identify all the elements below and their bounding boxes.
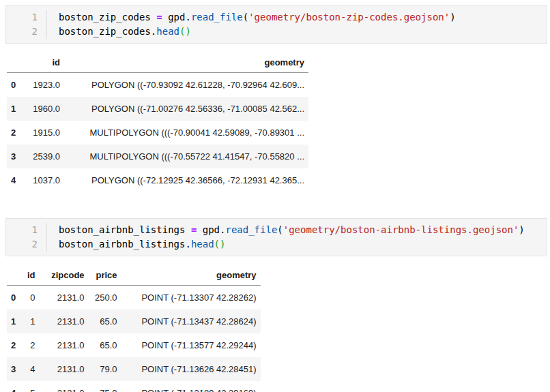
table-cell: POINT (-71.13626 42.28451) [121,357,261,381]
table-header-row: idgeometry [7,52,308,73]
code-token-plain: boston_airbnb_listings [59,224,191,235]
code-cell-airbnb-listings[interactable]: 12boston_airbnb_listings = gpd.read_file… [5,218,547,256]
code-cell-zip-codes[interactable]: 12boston_zip_codes = gpd.read_file('geom… [5,5,547,44]
row-index: 1 [7,310,23,333]
code-token-prop: read_file [191,12,243,22]
row-index: 3 [7,357,23,381]
code-token-plain: gpd. [162,12,191,22]
table-cell: 2539.0 [23,145,64,168]
code-token-plain: ) [519,224,524,235]
row-index: 3 [7,145,23,168]
code-token-plain: ( [277,224,283,235]
code-token-plain: ) [450,12,455,22]
table-row: 112131.065.0POINT (-71.13437 42.28624) [7,310,261,333]
table-cell: 2131.0 [40,333,89,357]
dataframe-output-zip-codes: idgeometry01923.0POLYGON ((-70.93092 42.… [7,52,550,192]
row-index: 4 [7,381,23,392]
table-cell: 2131.0 [40,310,89,333]
code-editor-area[interactable]: boston_airbnb_listings = gpd.read_file('… [47,223,547,252]
line-number: 1 [6,10,38,25]
line-number: 1 [6,223,38,237]
code-line: boston_zip_codes.head() [59,25,547,39]
table-cell: POLYGON ((-72.12925 42.36566, -72.12931 … [64,168,308,192]
row-index: 2 [7,121,23,145]
code-token-bracket: () [179,26,191,37]
table-cell: 1960.0 [23,97,64,121]
row-index: 0 [7,73,23,97]
table-row: 32539.0MULTIPOLYGON (((-70.55722 41.4154… [7,145,308,168]
code-token-bracket: () [214,239,226,250]
table-cell: 2 [23,333,40,357]
column-header-id: id [23,52,64,73]
table-cell: 5 [23,381,40,392]
zip-codes-dataframe: idgeometry01923.0POLYGON ((-70.93092 42.… [7,52,308,192]
column-header-zipcode: zipcode [40,265,89,286]
code-token-prop: read_file [225,224,277,235]
code-token-plain: ( [243,12,248,22]
code-token-str: 'geometry/boston-airbnb-listings.geojson… [283,224,519,235]
table-cell: 65.0 [89,310,121,333]
table-cell: 2131.0 [40,381,89,392]
table-cell: 1923.0 [23,73,64,97]
code-token-plain: boston_zip_codes. [59,26,156,37]
table-cell: POINT (-71.13189 42.29169) [121,381,261,392]
table-header-row: idzipcodepricegeometry [7,265,261,286]
table-row: 452131.075.0POINT (-71.13189 42.29169) [7,381,261,392]
index-column-header [7,52,23,73]
dataframe-output-airbnb-listings: idzipcodepricegeometry002131.0250.0POINT… [7,265,550,392]
table-cell: MULTIPOLYGON (((-70.55722 41.41547, -70.… [64,145,308,168]
line-number: 2 [6,237,38,252]
table-row: 01923.0POLYGON ((-70.93092 42.61228, -70… [7,73,308,97]
table-cell: 2131.0 [40,286,89,310]
code-line: boston_airbnb_listings.head() [59,237,547,252]
row-index: 2 [7,333,23,357]
table-cell: POINT (-71.13577 42.29244) [121,333,261,357]
row-index: 0 [7,286,23,310]
code-line: boston_zip_codes = gpd.read_file('geomet… [59,10,547,25]
table-row: 342131.079.0POINT (-71.13626 42.28451) [7,357,261,381]
code-token-op: = [156,12,162,22]
line-number-gutter: 12 [6,10,47,39]
table-cell: POLYGON ((-70.93092 42.61228, -70.92964 … [64,73,308,97]
column-header-id: id [23,265,40,286]
table-cell: 4 [23,357,40,381]
table-cell: 1 [23,310,40,333]
code-line: boston_airbnb_listings = gpd.read_file('… [59,223,547,237]
code-token-plain: boston_zip_codes [59,12,156,22]
notebook-page: 12boston_zip_codes = gpd.read_file('geom… [0,5,550,392]
code-token-prop: head [191,239,214,250]
index-column-header [7,265,23,286]
table-cell: 79.0 [89,357,121,381]
table-row: 41037.0POLYGON ((-72.12925 42.36566, -72… [7,168,308,192]
table-cell: POLYGON ((-71.00276 42.56336, -71.00085 … [64,97,308,121]
table-cell: 2131.0 [40,357,89,381]
code-token-str: 'geometry/boston-zip-codes.geojson' [248,12,450,22]
table-cell: POINT (-71.13437 42.28624) [121,310,261,333]
table-row: 222131.065.0POINT (-71.13577 42.29244) [7,333,261,357]
table-cell: 1037.0 [23,168,64,192]
line-number-gutter: 12 [6,223,47,252]
table-cell: POINT (-71.13307 42.28262) [121,286,261,310]
table-cell: MULTIPOLYGON (((-70.90041 42.59089, -70.… [64,121,308,145]
table-cell: 1915.0 [23,121,64,145]
table-row: 11960.0POLYGON ((-71.00276 42.56336, -71… [7,97,308,121]
code-token-plain: boston_airbnb_listings. [59,239,191,250]
column-header-geometry: geometry [64,52,308,73]
table-row: 21915.0MULTIPOLYGON (((-70.90041 42.5908… [7,121,308,145]
line-number: 2 [6,25,38,39]
airbnb-listings-dataframe: idzipcodepricegeometry002131.0250.0POINT… [7,265,261,392]
table-cell: 0 [23,286,40,310]
table-cell: 75.0 [89,381,121,392]
column-header-geometry: geometry [121,265,261,286]
table-row: 002131.0250.0POINT (-71.13307 42.28262) [7,286,261,310]
code-token-plain: gpd. [197,224,225,235]
row-index: 4 [7,168,23,192]
row-index: 1 [7,97,23,121]
table-cell: 65.0 [89,333,121,357]
table-cell: 250.0 [89,286,121,310]
code-editor-area[interactable]: boston_zip_codes = gpd.read_file('geomet… [47,10,547,39]
code-token-prop: head [156,26,179,37]
column-header-price: price [89,265,121,286]
